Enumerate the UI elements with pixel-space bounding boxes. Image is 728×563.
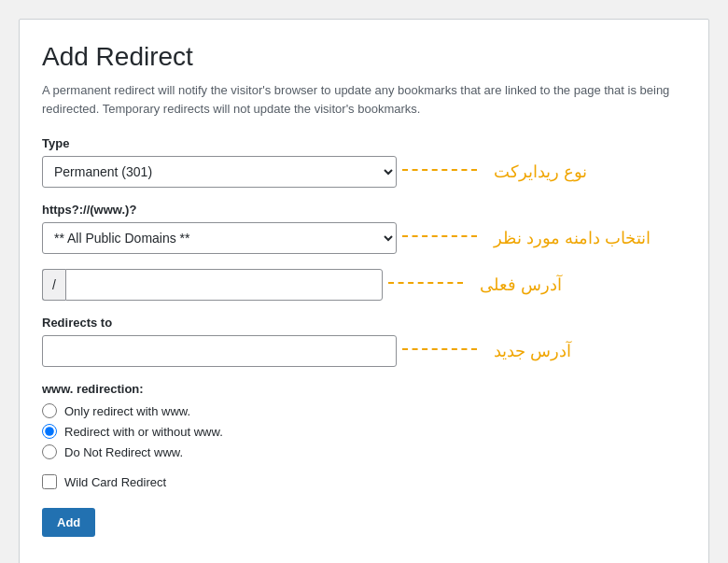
- current-address-field-group: / آدرس فعلی: [42, 269, 686, 301]
- radio-do-not-redirect[interactable]: [42, 444, 57, 459]
- redirects-to-annotation: آدرس جدید: [494, 341, 571, 361]
- redirects-to-input[interactable]: [42, 335, 397, 367]
- domain-row: ** All Public Domains ** انتخاب دامنه مو…: [42, 222, 686, 254]
- page-description: A permanent redirect will notify the vis…: [42, 81, 686, 118]
- redirects-to-field-group: Redirects to آدرس جدید: [42, 316, 686, 367]
- wildcard-label: Wild Card Redirect: [64, 475, 166, 489]
- current-address-annotation: آدرس فعلی: [480, 274, 562, 295]
- page-title: Add Redirect: [42, 42, 686, 72]
- domain-field-group: https?://(www.)? ** All Public Domains *…: [42, 203, 686, 254]
- type-field-group: Type Permanent (301) Temporary (302) نوع…: [42, 136, 686, 188]
- radio-item-2[interactable]: Redirect with or without www.: [42, 424, 686, 439]
- url-slash: /: [42, 269, 65, 301]
- current-address-input[interactable]: [65, 269, 383, 301]
- domain-select[interactable]: ** All Public Domains **: [42, 222, 397, 254]
- add-redirect-form: Add Redirect A permanent redirect will n…: [19, 19, 709, 563]
- www-redirection-label: www. redirection:: [42, 382, 686, 396]
- radio-item-1[interactable]: Only redirect with www.: [42, 403, 686, 418]
- url-prefix-row: /: [42, 269, 383, 301]
- wildcard-group: Wild Card Redirect: [42, 474, 686, 489]
- radio-only-www[interactable]: [42, 403, 57, 418]
- radio-label-3: Do Not Redirect www.: [64, 445, 183, 459]
- redirects-to-row: آدرس جدید: [42, 335, 686, 367]
- radio-label-1: Only redirect with www.: [64, 404, 190, 418]
- current-address-row: / آدرس فعلی: [42, 269, 686, 301]
- radio-group: Only redirect with www. Redirect with or…: [42, 403, 686, 459]
- redirects-to-label: Redirects to: [42, 316, 686, 330]
- radio-item-3[interactable]: Do Not Redirect www.: [42, 444, 686, 459]
- domain-annotation-dash: [402, 235, 477, 237]
- www-redirection-group: www. redirection: Only redirect with www…: [42, 382, 686, 459]
- type-annotation-dash: [402, 169, 477, 171]
- add-button[interactable]: Add: [42, 508, 95, 537]
- radio-with-or-without-www[interactable]: [42, 424, 57, 439]
- type-annotation: نوع ریدایرکت: [494, 162, 587, 182]
- redirects-to-annotation-dash: [402, 348, 477, 350]
- wildcard-checkbox[interactable]: [42, 474, 57, 489]
- type-label: Type: [42, 136, 686, 150]
- radio-label-2: Redirect with or without www.: [64, 425, 223, 439]
- current-address-annotation-dash: [388, 282, 463, 284]
- domain-annotation: انتخاب دامنه مورد نظر: [494, 228, 651, 248]
- https-label: https?://(www.)?: [42, 203, 686, 217]
- type-select[interactable]: Permanent (301) Temporary (302): [42, 156, 397, 188]
- type-row: Permanent (301) Temporary (302) نوع ریدا…: [42, 156, 686, 188]
